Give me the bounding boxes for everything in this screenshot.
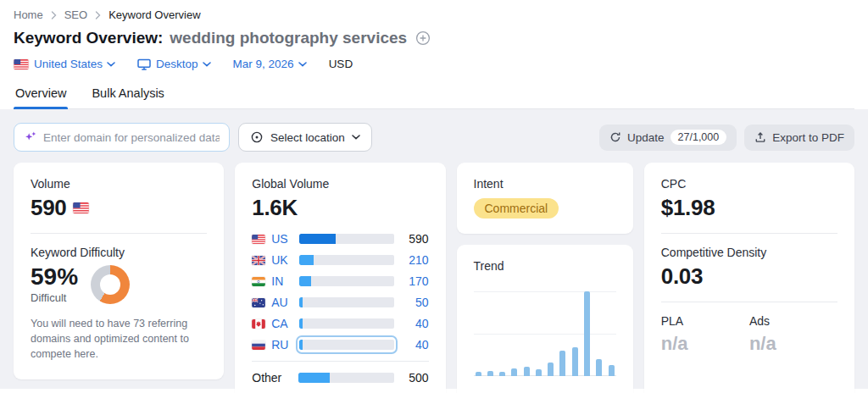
us-flag-icon <box>14 59 29 69</box>
trend-bar[interactable] <box>499 372 505 376</box>
breadcrumb-home-link[interactable]: Home <box>14 8 43 21</box>
tab-overview[interactable]: Overview <box>14 81 68 108</box>
chevron-down-icon <box>298 62 307 67</box>
country-volume-bar[interactable] <box>299 318 393 329</box>
domain-input[interactable] <box>43 131 220 144</box>
intent-card: Intent Commercial <box>457 163 633 234</box>
trend-bar[interactable] <box>476 372 481 376</box>
country-selector[interactable]: United States <box>14 58 115 70</box>
trend-bar[interactable] <box>511 368 517 376</box>
global-volume-card: Global Volume 1.6K US590UK210IN170AU50CA… <box>235 163 445 393</box>
global-volume-other-row: Other 500 <box>252 371 428 385</box>
location-icon <box>250 130 264 144</box>
other-volume-value: 500 <box>400 371 429 385</box>
monitor-icon <box>137 58 151 70</box>
trend-chart <box>474 291 616 376</box>
volume-value: 590 <box>31 195 66 221</box>
uk-flag-icon <box>252 256 265 265</box>
global-volume-row: RU40 <box>252 338 428 351</box>
country-volume-value[interactable]: 210 <box>400 253 429 267</box>
tab-bar: Overview Bulk Analysis <box>14 81 854 109</box>
chevron-down-icon <box>352 135 360 140</box>
competitive-density-value: 0.03 <box>661 263 837 290</box>
country-volume-bar[interactable] <box>299 276 393 286</box>
country-volume-value[interactable]: 590 <box>400 232 429 246</box>
content-area: Select location Update 27/1,000 Export t… <box>0 109 868 389</box>
cpc-label: CPC <box>661 177 837 191</box>
other-volume-bar[interactable] <box>298 373 393 383</box>
country-volume-bar[interactable] <box>299 255 393 265</box>
date-selector[interactable]: Mar 9, 2026 <box>233 58 307 70</box>
trend-bar[interactable] <box>596 359 602 376</box>
breadcrumb-seo-link[interactable]: SEO <box>64 8 87 21</box>
intent-label: Intent <box>474 177 616 191</box>
chevron-down-icon <box>203 62 211 67</box>
device-selector[interactable]: Desktop <box>137 58 211 70</box>
au-flag-icon <box>252 298 265 307</box>
trend-bar[interactable] <box>524 367 530 376</box>
volume-label: Volume <box>31 177 207 191</box>
global-volume-row: US590 <box>252 232 428 246</box>
other-volume-fill <box>298 373 330 383</box>
trend-bar[interactable] <box>536 369 542 376</box>
global-volume-row: UK210 <box>252 253 428 267</box>
country-link-in[interactable]: IN <box>271 274 293 288</box>
ca-flag-icon <box>252 319 265 329</box>
keyword-difficulty-value: 59% <box>31 265 78 289</box>
keyword-difficulty-note: You will need to have 73 referring domai… <box>31 316 207 362</box>
country-link-ru[interactable]: RU <box>271 338 293 351</box>
country-volume-value[interactable]: 50 <box>400 296 429 309</box>
currency-label: USD <box>329 58 353 70</box>
update-button[interactable]: Update 27/1,000 <box>599 125 737 151</box>
tab-bulk-analysis[interactable]: Bulk Analysis <box>90 81 165 108</box>
filters-bar: United States Desktop Mar 9, 2026 USD <box>14 58 854 70</box>
global-volume-rows: US590UK210IN170AU50CA40RU40 <box>252 232 428 351</box>
trend-bar[interactable] <box>572 347 578 376</box>
chevron-right-icon <box>51 11 57 19</box>
trend-bars <box>476 291 615 376</box>
breadcrumb: Home SEO Keyword Overview <box>14 8 854 21</box>
trend-bar[interactable] <box>487 371 493 376</box>
page-keyword: wedding photography services <box>170 29 407 47</box>
ads-label: Ads <box>749 314 837 328</box>
country-link-au[interactable]: AU <box>271 296 293 309</box>
trend-bar[interactable] <box>609 365 615 376</box>
country-volume-bar[interactable] <box>299 340 393 350</box>
select-location-button[interactable]: Select location <box>238 123 372 152</box>
country-volume-bar[interactable] <box>299 297 393 307</box>
country-volume-value[interactable]: 40 <box>400 317 429 330</box>
pla-label: PLA <box>661 314 749 328</box>
global-volume-row: AU50 <box>252 296 428 309</box>
us-flag-icon <box>73 202 89 213</box>
add-keyword-icon[interactable] <box>415 30 431 46</box>
global-volume-total: 1.6K <box>252 195 428 221</box>
keyword-difficulty-label: Keyword Difficulty <box>31 246 207 259</box>
export-icon <box>754 131 766 143</box>
breadcrumb-current: Keyword Overview <box>108 8 200 21</box>
cpc-card: CPC $1.98 Competitive Density 0.03 PLA n… <box>644 163 854 393</box>
pla-value: n/a <box>661 333 749 355</box>
volume-card: Volume 590 Keyword Difficulty 59% Diffic… <box>14 163 224 379</box>
trend-bar[interactable] <box>548 363 554 376</box>
page-title: Keyword Overview: <box>14 29 163 47</box>
cpc-value: $1.98 <box>661 195 837 221</box>
country-link-ca[interactable]: CA <box>271 317 293 330</box>
trend-bar[interactable] <box>559 351 565 376</box>
export-pdf-button[interactable]: Export to PDF <box>744 125 854 151</box>
toolbar: Select location Update 27/1,000 Export t… <box>14 123 854 152</box>
global-volume-row: IN170 <box>252 274 428 288</box>
in-flag-icon <box>252 277 265 286</box>
country-volume-value[interactable]: 170 <box>400 274 429 288</box>
sparkle-icon <box>24 130 37 144</box>
kd-donut <box>91 265 130 304</box>
ru-flag-icon <box>252 340 265 350</box>
trend-card: Trend <box>457 245 633 393</box>
country-link-uk[interactable]: UK <box>271 253 293 267</box>
country-volume-value[interactable]: 40 <box>400 338 429 351</box>
country-link-us[interactable]: US <box>271 232 293 246</box>
refresh-icon <box>609 131 621 143</box>
trend-bar[interactable] <box>584 291 590 376</box>
other-label: Other <box>252 371 292 385</box>
us-flag-icon <box>252 235 265 244</box>
country-volume-bar[interactable] <box>299 234 393 244</box>
